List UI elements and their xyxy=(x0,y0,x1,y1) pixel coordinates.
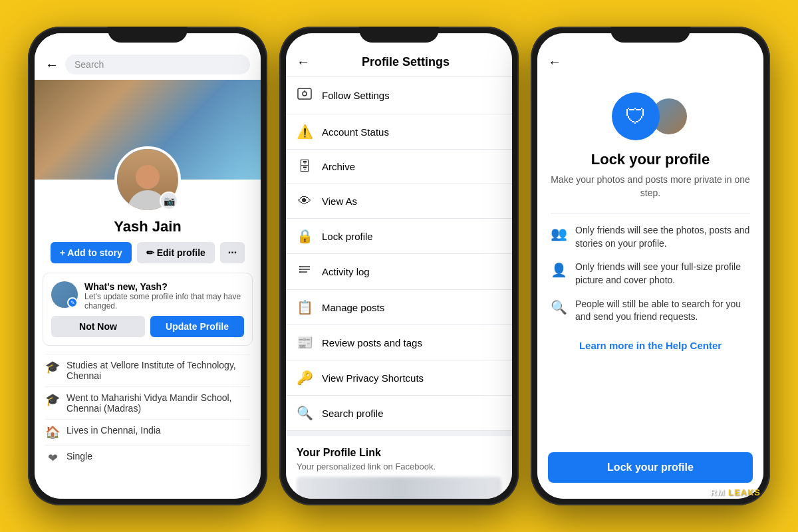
archive-label: Archive xyxy=(322,161,355,172)
watermark-leaks: LEAKS xyxy=(728,487,761,497)
bio-location: 🏠 Lives in Chennai, India xyxy=(45,419,250,445)
lock-content: 🛡 Lock your profile Make your photos and… xyxy=(537,76,763,452)
home-icon: 🏠 xyxy=(45,425,60,440)
manage-posts-icon: 📋 xyxy=(297,299,313,315)
view-as-icon: 👁 xyxy=(297,194,313,209)
school-icon: 🎓 xyxy=(45,392,60,407)
settings-divider xyxy=(286,431,512,436)
phone-2: ← Profile Settings Follow Settings xyxy=(279,27,519,505)
review-posts-label: Review posts and tags xyxy=(322,337,422,348)
update-profile-button[interactable]: Update Profile xyxy=(150,316,244,337)
settings-back-button[interactable]: ← xyxy=(297,55,310,70)
screen-1: ← Search 📷 Yash Jain xyxy=(35,33,261,499)
heart-icon: ❤ xyxy=(45,451,60,466)
archive-icon: 🗄 xyxy=(297,159,313,174)
phone-notch xyxy=(108,27,188,43)
more-button[interactable]: ··· xyxy=(220,242,245,263)
search-profile-label: Search profile xyxy=(322,408,384,419)
lock-icon: 🔒 xyxy=(297,228,313,244)
lock-back-button[interactable]: ← xyxy=(548,55,561,70)
privacy-shortcuts-icon: 🔑 xyxy=(297,370,313,386)
back-button[interactable]: ← xyxy=(45,57,59,72)
settings-item-archive[interactable]: 🗄 Archive xyxy=(286,150,512,184)
lock-icons-container: 🛡 xyxy=(612,92,689,140)
update-avatar-badge: ✎ xyxy=(67,297,78,308)
settings-item-account[interactable]: ⚠️ Account Status xyxy=(286,114,512,150)
update-title: What's new, Yash? xyxy=(84,281,244,292)
svg-point-8 xyxy=(299,271,301,273)
manage-posts-label: Manage posts xyxy=(322,302,384,313)
update-subtitle: Let's update some profile info that may … xyxy=(84,292,244,311)
settings-item-manage[interactable]: 📋 Manage posts xyxy=(286,290,512,325)
bio-studies: 🎓 Studies at Vellore Institute of Techno… xyxy=(45,354,250,386)
profile-info: Yash Jain + Add to story ✏ Edit profile … xyxy=(35,218,261,273)
account-status-icon: ⚠️ xyxy=(297,124,313,140)
follow-icon xyxy=(297,86,313,104)
settings-item-search[interactable]: 🔍 Search profile xyxy=(286,396,512,431)
phone-notch-2 xyxy=(359,27,439,43)
settings-item-activity[interactable]: Activity log xyxy=(286,254,512,290)
studies-icon: 🎓 xyxy=(45,360,60,374)
action-buttons: + Add to story ✏ Edit profile ··· xyxy=(45,242,250,263)
account-status-label: Account Status xyxy=(322,126,389,138)
screen-3: ← 🛡 Lock your profile Make your photos a… xyxy=(537,33,763,499)
lock-feature-text-1: Only friends will see the photos, posts … xyxy=(575,224,750,250)
review-posts-icon: 📰 xyxy=(297,334,313,350)
watermark: RM LEAKS xyxy=(710,487,761,497)
update-text: What's new, Yash? Let's update some prof… xyxy=(84,281,244,311)
avatar-head xyxy=(136,165,160,189)
lock-feature-text-3: People will still be able to search for … xyxy=(575,298,750,324)
not-now-button[interactable]: Not Now xyxy=(51,316,145,337)
lock-label: Lock profile xyxy=(322,231,373,242)
profile-pic-icon: 👤 xyxy=(551,262,567,278)
phone-3: ← 🛡 Lock your profile Make your photos a… xyxy=(531,27,770,505)
profile-pic-wrapper: 📷 xyxy=(114,146,181,213)
view-as-label: View As xyxy=(322,196,357,207)
bio-status: ❤ Single xyxy=(45,445,250,471)
lock-shield-icon: 🛡 xyxy=(612,92,660,140)
bio-studies-text: Studies at Vellore Institute of Technolo… xyxy=(66,360,250,381)
camera-icon[interactable]: 📷 xyxy=(160,192,178,210)
search-bar[interactable]: Search xyxy=(65,55,250,74)
bio-school-text: Went to Maharishi Vidya Mandir School, C… xyxy=(66,392,250,414)
screen-2: ← Profile Settings Follow Settings xyxy=(286,33,512,499)
update-card: ✎ What's new, Yash? Let's update some pr… xyxy=(43,273,253,346)
activity-log-label: Activity log xyxy=(322,266,370,277)
settings-item-viewas[interactable]: 👁 View As xyxy=(286,184,512,219)
settings-item-review[interactable]: 📰 Review posts and tags xyxy=(286,325,512,360)
update-card-top: ✎ What's new, Yash? Let's update some pr… xyxy=(51,281,244,311)
friends-icon: 👥 xyxy=(551,225,567,241)
profile-link-url xyxy=(297,477,501,499)
settings-item-privacy[interactable]: 🔑 View Privacy Shortcuts xyxy=(286,360,512,396)
settings-item-follow[interactable]: Follow Settings xyxy=(286,77,512,114)
lock-feature-1: 👥 Only friends will see the photos, post… xyxy=(551,224,750,250)
add-story-button[interactable]: + Add to story xyxy=(51,242,132,263)
watermark-rm: RM xyxy=(710,487,725,497)
learn-more-link[interactable]: Learn more in the Help Center xyxy=(579,340,722,351)
settings-item-lock[interactable]: 🔒 Lock profile xyxy=(286,219,512,254)
settings-title: Profile Settings xyxy=(310,55,501,69)
phone-1: ← Search 📷 Yash Jain xyxy=(28,27,267,505)
search-icon: 🔍 xyxy=(551,299,567,315)
lock-feature-2: 👤 Only friends will see your full-size p… xyxy=(551,261,750,287)
bio-school: 🎓 Went to Maharishi Vidya Mandir School,… xyxy=(45,386,250,419)
lock-title: Lock your profile xyxy=(591,151,710,168)
update-avatar: ✎ xyxy=(51,281,78,308)
update-card-buttons: Not Now Update Profile xyxy=(51,316,244,337)
lock-feature-text-2: Only friends will see your full-size pro… xyxy=(575,261,750,287)
lock-profile-button[interactable]: Lock your profile xyxy=(548,452,753,483)
lock-subtitle: Make your photos and posts more private … xyxy=(551,174,750,200)
profile-link-title: Your Profile Link xyxy=(297,447,501,459)
profile-link-section: Your Profile Link Your personalized link… xyxy=(286,436,512,499)
svg-point-1 xyxy=(303,92,307,96)
phone-notch-3 xyxy=(610,27,690,43)
profile-name: Yash Jain xyxy=(45,218,250,235)
edit-profile-button[interactable]: ✏ Edit profile xyxy=(137,242,215,263)
bio-list: 🎓 Studies at Vellore Institute of Techno… xyxy=(35,354,261,471)
svg-rect-0 xyxy=(298,88,311,99)
lock-divider xyxy=(551,213,750,213)
cover-photo: 📷 xyxy=(35,80,261,180)
activity-log-icon xyxy=(297,263,313,280)
lock-feature-3: 🔍 People will still be able to search fo… xyxy=(551,298,750,324)
bio-status-text: Single xyxy=(66,451,92,462)
